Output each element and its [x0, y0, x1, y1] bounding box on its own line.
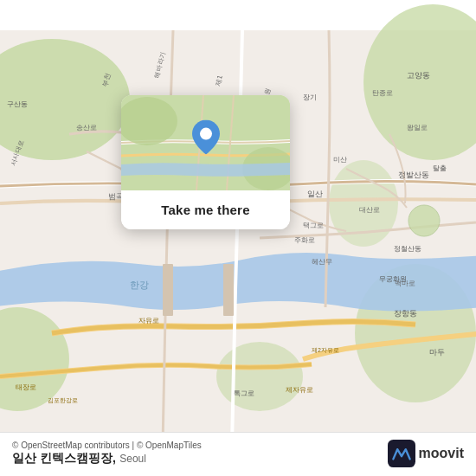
moovit-text: moovit — [419, 446, 464, 461]
svg-text:톡그로: 톡그로 — [234, 389, 254, 397]
svg-point-47 — [200, 128, 212, 140]
take-me-there-button[interactable]: Take me there — [121, 190, 290, 229]
svg-text:정발산동: 정발산동 — [398, 170, 429, 179]
svg-text:김포한강로: 김포한강로 — [48, 397, 78, 404]
svg-text:태장로: 태장로 — [16, 383, 36, 391]
svg-text:장항동: 장항동 — [394, 309, 417, 318]
place-name: 일산 킨텍스캠핑장, — [12, 451, 116, 465]
card-map-preview — [121, 95, 290, 190]
svg-text:장기: 장기 — [303, 93, 317, 101]
attribution-text: © OpenStreetMap contributors | © OpenMap… — [12, 441, 202, 450]
svg-text:대산로: 대산로 — [359, 206, 380, 214]
moovit-logo: moovit — [388, 440, 464, 467]
svg-rect-7 — [223, 264, 234, 316]
svg-text:택그로: 택그로 — [303, 222, 324, 229]
svg-text:주화로: 주화로 — [294, 236, 315, 244]
svg-text:탈출: 탈출 — [433, 164, 447, 172]
svg-text:미산: 미산 — [333, 156, 347, 164]
svg-text:구산동: 구산동 — [7, 100, 28, 108]
svg-text:백마로: 백마로 — [395, 280, 415, 287]
place-city: Seoul — [119, 453, 146, 465]
place-info: 일산 킨텍스캠핑장, Seoul — [12, 450, 202, 466]
svg-text:고양동: 고양동 — [407, 71, 430, 80]
bottom-bar: © OpenStreetMap contributors | © OpenMap… — [0, 432, 476, 476]
map-background: 한강 범곡동 자유로 태장로 김포한강로 고양동 대산로 제2자유로 주화로 정… — [0, 0, 476, 476]
svg-point-34 — [408, 205, 440, 236]
svg-text:마두: 마두 — [429, 348, 445, 357]
svg-text:탄종로: 탄종로 — [372, 89, 393, 97]
location-card: Take me there — [121, 95, 290, 229]
moovit-icon — [388, 440, 415, 467]
svg-text:제자유로: 제자유로 — [286, 386, 313, 394]
svg-point-5 — [216, 342, 303, 411]
svg-rect-8 — [163, 264, 173, 316]
svg-text:제2자유로: 제2자유로 — [312, 347, 339, 353]
svg-text:일산: 일산 — [307, 190, 323, 198]
svg-rect-48 — [388, 440, 415, 467]
svg-text:헤산무: 헤산무 — [312, 258, 332, 266]
svg-text:자유로: 자유로 — [138, 317, 159, 325]
svg-text:송산로: 송산로 — [76, 124, 97, 132]
location-pin-icon — [192, 120, 220, 158]
map-container: 한강 범곡동 자유로 태장로 김포한강로 고양동 대산로 제2자유로 주화로 정… — [0, 0, 476, 476]
bottom-info: © OpenStreetMap contributors | © OpenMap… — [12, 441, 202, 466]
svg-text:왕일로: 왕일로 — [407, 124, 428, 132]
svg-text:정철산동: 정철산동 — [394, 245, 421, 253]
svg-text:한강: 한강 — [130, 280, 149, 290]
